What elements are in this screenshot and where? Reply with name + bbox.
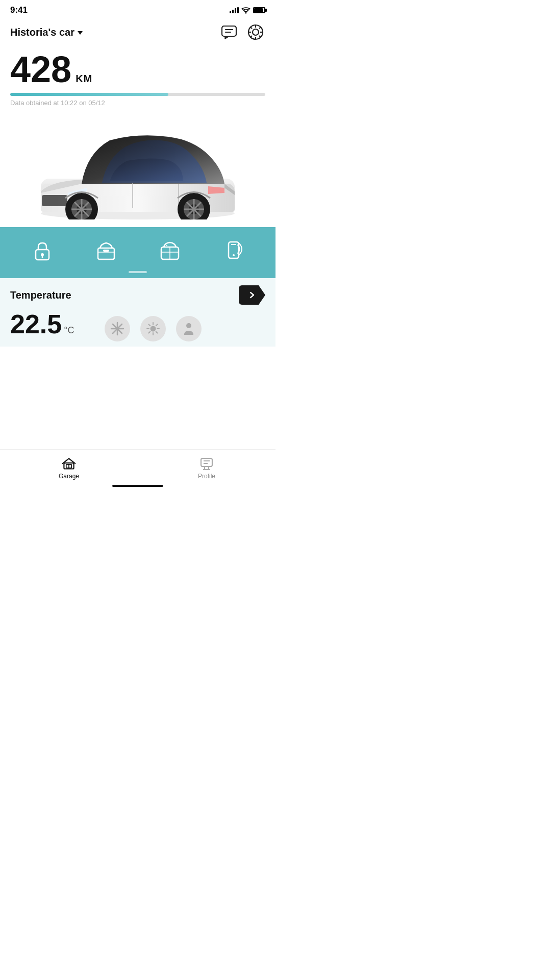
settings-button[interactable] — [246, 22, 265, 42]
temp-unit: °C — [64, 325, 74, 336]
svg-point-44 — [233, 254, 235, 256]
dropdown-arrow-icon — [78, 31, 83, 35]
svg-rect-16 — [42, 195, 67, 206]
home-indicator — [112, 485, 163, 487]
svg-point-0 — [245, 12, 246, 13]
garage-icon — [62, 456, 76, 471]
svg-rect-38 — [103, 250, 109, 252]
sun-icon — [146, 322, 160, 336]
trunk-icon — [94, 239, 118, 263]
svg-line-11 — [259, 36, 261, 38]
svg-rect-1 — [222, 26, 236, 36]
temp-display: 22.5 °C — [10, 311, 265, 341]
car-selector[interactable]: Historia's car — [10, 27, 83, 38]
temperature-section: Temperature 22.5 °C — [0, 278, 276, 347]
status-bar: 9:41 — [0, 0, 276, 18]
message-icon — [221, 25, 237, 39]
temp-header: Temperature — [10, 285, 265, 305]
temp-title: Temperature — [10, 289, 71, 301]
status-time: 9:41 — [10, 5, 28, 15]
battery-icon — [253, 7, 265, 13]
bottom-nav: Garage Profile — [0, 449, 276, 490]
temp-number-section: 22.5 °C — [10, 311, 74, 337]
settings-icon — [247, 23, 264, 41]
snowflake-mode-button[interactable] — [105, 316, 130, 341]
range-section: 428 KM Data obtained at 10:22 on 05/12 — [0, 47, 276, 107]
header: Historia's car — [0, 18, 276, 47]
controls-bar — [0, 227, 276, 278]
svg-point-49 — [116, 327, 119, 330]
svg-line-12 — [259, 27, 261, 29]
svg-line-56 — [156, 332, 158, 333]
profile-icon — [199, 456, 214, 471]
range-value: 428 — [10, 51, 71, 88]
sun-mode-button[interactable] — [140, 316, 166, 341]
range-progress-bar — [10, 93, 265, 96]
lock-button[interactable] — [31, 239, 54, 263]
car-image-section — [0, 110, 276, 227]
nav-profile-label: Profile — [198, 473, 215, 480]
trunk-button[interactable] — [94, 239, 118, 263]
svg-line-58 — [149, 332, 151, 333]
svg-line-10 — [251, 27, 253, 29]
svg-line-13 — [251, 36, 253, 38]
svg-point-50 — [151, 326, 156, 332]
car-name: Historia's car — [10, 27, 74, 38]
person-icon — [182, 322, 196, 336]
lock-icon — [31, 239, 54, 263]
header-icons — [219, 22, 265, 42]
wifi-icon — [241, 7, 251, 14]
svg-point-5 — [253, 29, 259, 35]
remote-button[interactable] — [222, 239, 245, 263]
svg-line-55 — [149, 325, 151, 326]
windows-button[interactable] — [158, 239, 182, 263]
nav-garage-label: Garage — [59, 473, 79, 480]
scroll-indicator — [129, 271, 147, 273]
svg-point-34 — [41, 253, 44, 256]
person-mode-button[interactable] — [176, 316, 202, 341]
signal-icon — [230, 7, 239, 13]
car-illustration — [20, 112, 255, 219]
svg-line-57 — [156, 325, 158, 326]
expand-arrow-icon — [248, 291, 256, 299]
range-display: 428 KM — [10, 51, 265, 88]
svg-rect-63 — [201, 458, 212, 467]
data-timestamp: Data obtained at 10:22 on 05/12 — [10, 99, 265, 107]
temp-value: 22.5 — [10, 311, 62, 337]
nav-profile[interactable]: Profile — [138, 456, 276, 480]
range-unit: KM — [76, 73, 92, 85]
temp-expand-button[interactable] — [239, 285, 265, 305]
range-progress-fill — [10, 93, 168, 96]
remote-icon — [222, 239, 245, 263]
snowflake-icon — [110, 322, 124, 336]
nav-garage[interactable]: Garage — [0, 456, 138, 480]
svg-point-59 — [186, 323, 191, 328]
windows-icon — [158, 239, 182, 263]
message-button[interactable] — [219, 22, 239, 42]
status-icons — [230, 7, 265, 14]
controls-row — [5, 227, 270, 271]
temp-mode-icons — [105, 316, 202, 341]
